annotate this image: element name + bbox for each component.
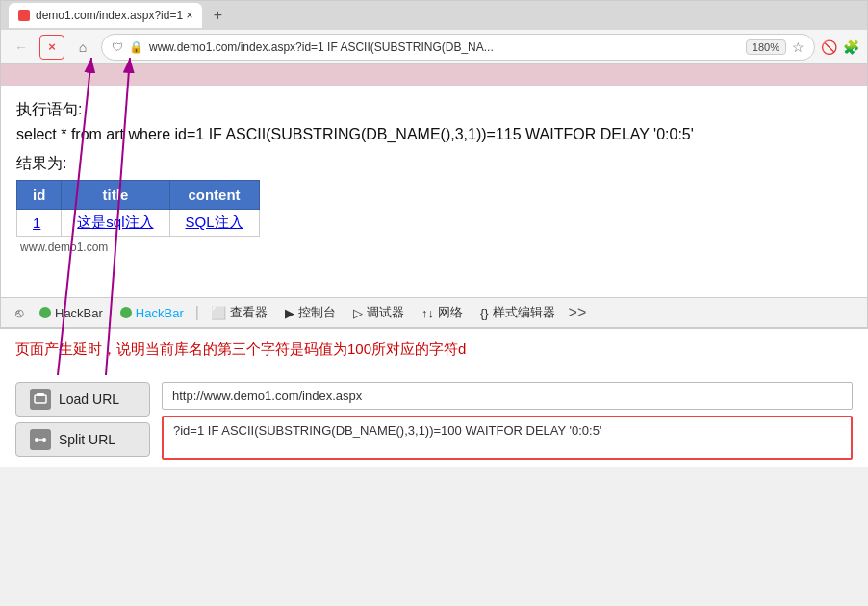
split-url-label: Split URL xyxy=(59,432,115,447)
load-url-label: Load URL xyxy=(59,391,119,407)
console-label: 控制台 xyxy=(298,304,336,321)
separator-1: | xyxy=(195,304,199,321)
hackbar-label-2: HackBar xyxy=(136,306,184,320)
devtools-toggle-icon[interactable]: ⎋ xyxy=(9,302,30,323)
inspector-label: 查看器 xyxy=(230,304,268,321)
annotation-panel: 页面产生延时，说明当前库名的第三个字符是码值为100所对应的字符d xyxy=(0,329,868,374)
style-label: 样式编辑器 xyxy=(493,304,555,321)
menu-icon-2[interactable]: 🧩 xyxy=(843,39,859,55)
stop-button[interactable]: × xyxy=(39,35,64,60)
hackbar-dot-1 xyxy=(39,307,51,318)
hackbar-item-2[interactable]: HackBar xyxy=(113,304,191,322)
tool-buttons: Load URL Split URL xyxy=(15,382,150,457)
style-icon: {} xyxy=(480,306,489,320)
nav-bar: ← × ⌂ 🛡 🔒 www.demo1.com/index.aspx?id=1 … xyxy=(1,30,867,64)
new-tab-button[interactable]: + xyxy=(206,4,229,27)
tool-inputs xyxy=(162,382,853,460)
page-url: www.demo1.com xyxy=(16,237,852,254)
menu-icon-1[interactable]: 🚫 xyxy=(821,39,837,55)
svg-rect-0 xyxy=(35,395,46,403)
devtools-bar: ⎋ HackBar HackBar | ⬜ 查看器 ▶ 控制台 ▷ 调试器 ↑↓… xyxy=(1,297,867,328)
cell-title: 这是sql注入 xyxy=(62,210,169,237)
back-button[interactable]: ← xyxy=(9,35,34,60)
split-url-icon xyxy=(30,429,51,450)
tab-title: demo1.com/index.aspx?id=1 × xyxy=(36,9,192,22)
cell-id: 1 xyxy=(17,210,62,237)
param-input[interactable] xyxy=(162,416,853,460)
load-url-icon xyxy=(30,389,51,410)
col-id: id xyxy=(17,181,62,210)
statement-sql: select * from art where id=1 IF ASCII(SU… xyxy=(16,126,694,142)
browser-content: 执行语句: select * from art where id=1 IF AS… xyxy=(1,86,867,297)
network-label: 网络 xyxy=(438,304,463,321)
result-label: 结果为: xyxy=(16,154,852,174)
result-table: id title content 1 这是sql注入 SQL注入 xyxy=(16,180,260,237)
browser-window: demo1.com/index.aspx?id=1 × + ← × ⌂ 🛡 🔒 … xyxy=(0,0,868,329)
svg-point-3 xyxy=(42,438,46,442)
style-editor-tab[interactable]: {} 样式编辑器 xyxy=(472,302,563,323)
console-tab[interactable]: ▶ 控制台 xyxy=(277,302,344,323)
table-row: 1 这是sql注入 SQL注入 xyxy=(17,210,260,237)
col-content: content xyxy=(169,181,259,210)
cell-content: SQL注入 xyxy=(169,210,259,237)
inspector-icon: ⬜ xyxy=(211,306,226,320)
star-icon[interactable]: ☆ xyxy=(792,39,804,55)
tab-bar: demo1.com/index.aspx?id=1 × + xyxy=(1,1,867,30)
more-tools-button[interactable]: >> xyxy=(569,304,587,321)
console-icon: ▶ xyxy=(285,306,294,320)
col-title: title xyxy=(62,181,169,210)
home-button[interactable]: ⌂ xyxy=(70,35,95,60)
annotation-text: 页面产生延时，说明当前库名的第三个字符是码值为100所对应的字符d xyxy=(15,339,853,361)
statement-label: 执行语句: xyxy=(16,101,82,117)
browser-tab[interactable]: demo1.com/index.aspx?id=1 × xyxy=(9,3,202,28)
zoom-badge: 180% xyxy=(746,39,786,55)
svg-rect-1 xyxy=(37,393,44,396)
debugger-tab[interactable]: ▷ 调试器 xyxy=(345,302,412,323)
network-tab[interactable]: ↑↓ 网络 xyxy=(414,302,471,323)
tool-panel: Load URL Split URL xyxy=(0,374,868,467)
debugger-icon: ▷ xyxy=(353,306,363,320)
tab-favicon xyxy=(18,10,30,21)
lock-icon: 🔒 xyxy=(129,40,143,54)
svg-point-2 xyxy=(35,438,38,442)
hackbar-label-1: HackBar xyxy=(55,306,103,320)
hackbar-item-1[interactable]: HackBar xyxy=(32,304,111,322)
search-strip xyxy=(1,64,867,86)
inspector-tab[interactable]: ⬜ 查看器 xyxy=(203,302,275,323)
address-bar[interactable]: 🛡 🔒 www.demo1.com/index.aspx?id=1 IF ASC… xyxy=(101,34,815,61)
network-icon: ↑↓ xyxy=(421,306,434,320)
page-statement: 执行语句: select * from art where id=1 IF AS… xyxy=(16,97,852,146)
hackbar-dot-2 xyxy=(120,307,132,318)
split-url-button[interactable]: Split URL xyxy=(15,422,150,457)
load-url-button[interactable]: Load URL xyxy=(15,382,150,417)
shield-icon: 🛡 xyxy=(112,40,123,54)
debugger-label: 调试器 xyxy=(367,304,404,321)
url-text: www.demo1.com/index.aspx?id=1 IF ASCII(S… xyxy=(149,40,740,54)
url-input[interactable] xyxy=(162,382,853,410)
